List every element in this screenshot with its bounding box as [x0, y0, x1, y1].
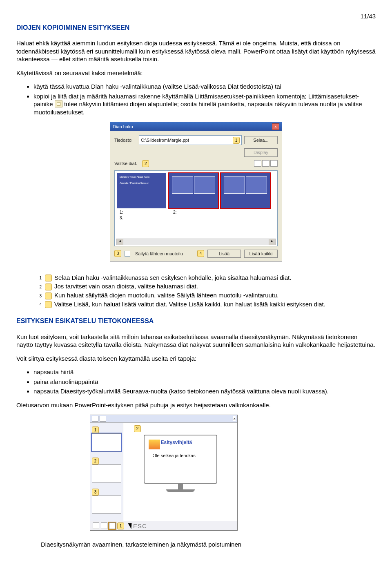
dialog-titlebar: Dian haku × [110, 122, 282, 131]
toolbar-icon [100, 416, 106, 422]
monitor-base [166, 489, 195, 492]
slide-thumb-1[interactable]: Margie's Travel About FormAgenda / Plann… [117, 173, 166, 208]
browse-button[interactable]: Selaa... [244, 136, 278, 144]
thumbnail-panel: 1 2 3 [90, 423, 123, 521]
slide-thumbnails-area: Margie's Travel About FormAgenda / Plann… [114, 170, 278, 246]
figure-bottom-bar: 1 ESC [90, 521, 237, 530]
view-icon-list[interactable] [270, 160, 278, 167]
slide-finder-dialog: Dian haku × Tiedosto: C:\SlidesfromMargi… [110, 122, 282, 261]
scroll-left-icon[interactable]: ◄ [117, 239, 123, 245]
preview-paragraph-1: Kun luot esityksen, voit tarkastella sit… [16, 333, 376, 349]
view-sorter-icon[interactable] [101, 522, 107, 529]
slideshow-preview-figure: × 1 2 3 2 Esitysvihjeitä Ole selkeä ja t… [90, 415, 238, 531]
slide-thumb-3[interactable] [221, 173, 270, 208]
step-badge-2: 2 [45, 284, 52, 290]
footer-caption: Diaesitysnäkymän avaaminen, tarkastelemi… [41, 540, 376, 549]
toolbar-icon [92, 416, 98, 422]
method-item-2: kopioi ja liitä diat ja määritä haluamas… [33, 92, 376, 116]
insert-all-button[interactable]: Lisää kaikki [244, 250, 278, 258]
method-list: käytä tässä kuvattua Dian haku -valintai… [16, 83, 376, 116]
keep-format-label: Säilytä lähteen muotoilu [135, 251, 183, 257]
slide-thumb-2[interactable] [169, 173, 218, 208]
fig-callout-bottom: 1 [117, 522, 124, 529]
monitor-screen: Esitysvihjeitä Ole selkeä ja tehokas [144, 435, 217, 484]
dialog-title: Dian haku [113, 124, 133, 130]
panel-thumb-1[interactable] [92, 433, 121, 451]
view-mode-icons[interactable] [254, 160, 278, 167]
file-path-input[interactable]: C:\SlidesfromMargie.ppt 1 [139, 135, 242, 145]
toolbar-close: × [233, 416, 236, 421]
heading-copy-slides: DIOJEN KOPIOIMINEN ESITYKSEEN [16, 24, 376, 32]
nav-item-1: napsauta hiirtä [33, 368, 376, 376]
navigation-list: napsauta hiirtä paina alanuolinäppäintä … [16, 368, 376, 395]
preview-paragraph-2: Voit siirtyä esityksessä diasta toiseen … [16, 355, 376, 363]
intro-paragraph-1: Haluat ehkä käyttää aiemmin luodun esity… [16, 39, 376, 63]
insert-button[interactable]: Lisää [207, 250, 241, 258]
slide-label-2: 2: [173, 210, 222, 215]
panel-thumb-3[interactable] [92, 496, 121, 514]
step-2: Jos tarvitset vain osan dioista, valitse… [54, 283, 198, 290]
numbered-steps: 1Selaa Dian haku -valintaikkunassa sen e… [45, 274, 376, 308]
fig-callout-top: 2 [134, 425, 141, 432]
method-item-2-tail: tulee näkyviin liittämiesi diojen alapuo… [33, 100, 362, 116]
display-button[interactable]: Display [244, 148, 278, 156]
nav-item-3: napsauta Diaesitys-työkalurivillä Seuraa… [33, 387, 376, 395]
esc-label: ESC [133, 522, 147, 530]
preview-paragraph-3: Oletusarvon mukaan PowerPoint-esityksen … [16, 401, 376, 409]
monitor-stand [178, 484, 183, 489]
monitor-title: Esitysvihjeitä [161, 440, 192, 446]
intro-paragraph-2: Käytettävissä on seuraavat kaksi menetel… [16, 69, 376, 77]
page-number: 11/43 [16, 12, 376, 20]
step-badge-1: 1 [45, 275, 52, 281]
nav-item-2: paina alanuolinäppäintä [33, 378, 376, 386]
monitor-subtitle: Ole selkeä ja tehokas [153, 453, 196, 458]
method-item-1: käytä tässä kuvattua Dian haku -valintai… [33, 83, 376, 91]
select-slides-label: Valitse diat. [114, 161, 137, 166]
paste-options-icon [55, 100, 62, 107]
file-path-value: C:\SlidesfromMargie.ppt [141, 137, 189, 143]
step-4: Valitse Lisää, kun haluat lisätä valitut… [54, 301, 325, 308]
step-badge-4: 4 [45, 301, 52, 308]
view-icon-small[interactable] [262, 160, 270, 167]
callout-4: 4 [197, 250, 204, 257]
figure-toolbar: × [90, 415, 237, 423]
file-label: Tiedosto: [114, 137, 136, 143]
horizontal-scrollbar[interactable]: ◄ ► [116, 239, 276, 245]
callout-3: 3 [114, 250, 121, 257]
step-badge-3: 3 [45, 292, 52, 299]
fig-callout-1: 1 [92, 426, 99, 433]
heading-preview: ESITYKSEN ESIKATSELU TIETOKONEESSA [16, 317, 376, 326]
fig-callout-2: 2 [92, 458, 99, 464]
ribbon-icon [149, 440, 160, 449]
panel-thumb-2[interactable] [92, 464, 121, 482]
step-3: Kun haluat säilyttää diojen muotoilun, v… [54, 292, 279, 299]
callout-1: 1 [233, 137, 240, 144]
slide-label-3: 3. [120, 215, 169, 221]
view-slideshow-icon[interactable] [109, 522, 116, 529]
view-icon-large[interactable] [254, 160, 261, 167]
fig-callout-3: 3 [92, 489, 99, 496]
close-icon[interactable]: × [272, 123, 279, 130]
keep-format-checkbox[interactable] [125, 251, 130, 257]
slide-label-1: 1: [120, 210, 169, 215]
callout-2: 2 [142, 160, 149, 167]
step-1: Selaa Dian haku -valintaikkunassa sen es… [54, 274, 291, 281]
scroll-right-icon[interactable]: ► [269, 239, 275, 245]
view-normal-icon[interactable] [93, 522, 99, 529]
